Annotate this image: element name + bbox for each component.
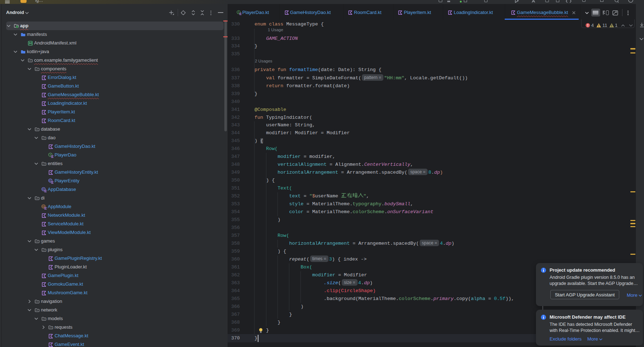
svg-text:I: I	[238, 10, 239, 14]
svg-text:O: O	[42, 205, 45, 208]
svg-text:C: C	[42, 188, 45, 191]
svg-text:C: C	[49, 179, 51, 182]
svg-text:I: I	[50, 153, 51, 156]
